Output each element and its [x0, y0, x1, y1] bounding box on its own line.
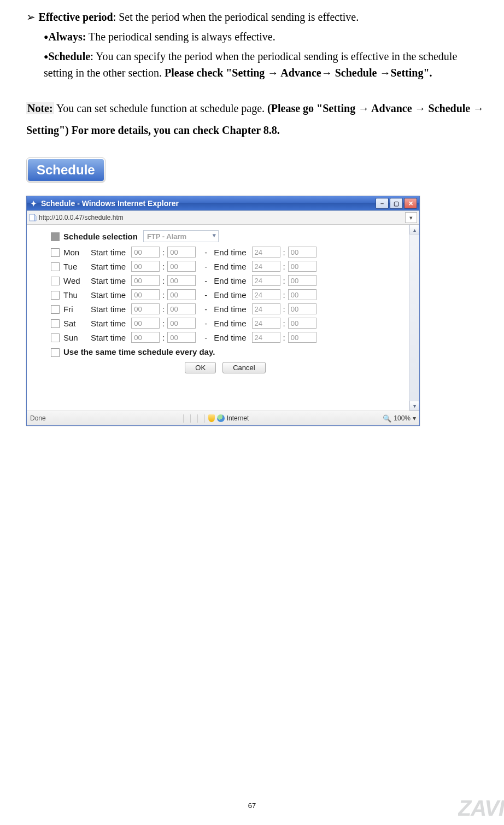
end-hour-input[interactable]: 24: [252, 332, 280, 343]
start-hour-input[interactable]: 00: [131, 289, 160, 300]
end-hour-input[interactable]: 24: [252, 318, 280, 329]
schedule-row: TueStart time00:00-End time24:00: [51, 261, 412, 272]
end-hour-input[interactable]: 24: [252, 289, 280, 300]
schedule-select-value: FTP - Alarm: [147, 232, 186, 241]
dash-icon: -: [204, 333, 207, 342]
start-min-input[interactable]: 00: [167, 318, 196, 329]
end-min-input[interactable]: 00: [288, 332, 317, 343]
same-schedule-row: Use the same time schedule every day.: [51, 347, 412, 356]
start-min-input[interactable]: 00: [167, 303, 196, 314]
colon-icon: :: [162, 276, 165, 285]
start-hour-input[interactable]: 00: [131, 303, 160, 314]
colon-icon: :: [283, 276, 285, 285]
end-time-label: End time: [214, 276, 246, 285]
schedule-line: Schedule: You can specify the period whe…: [44, 48, 489, 81]
start-min-input[interactable]: 00: [167, 332, 196, 343]
start-hour-input[interactable]: 00: [131, 247, 160, 258]
end-min-input[interactable]: 00: [288, 261, 317, 272]
dash-icon: -: [204, 319, 207, 328]
zoom-control[interactable]: 🔍 100% ▾: [383, 414, 416, 423]
day-checkbox[interactable]: [51, 291, 60, 300]
start-hour-input[interactable]: 00: [131, 332, 160, 343]
section-toggle-icon[interactable]: [51, 232, 60, 241]
window-content: Schedule selection FTP - Alarm MonStart …: [27, 225, 419, 411]
start-time-label: Start time: [91, 262, 126, 271]
end-time-label: End time: [214, 262, 246, 271]
window-titlebar[interactable]: ✦ Schedule - Windows Internet Explorer –…: [27, 196, 419, 210]
close-button[interactable]: ✕: [404, 198, 417, 209]
scroll-up-icon[interactable]: ▴: [409, 225, 419, 235]
colon-icon: :: [162, 319, 165, 328]
dash-icon: -: [204, 305, 207, 314]
start-min-input[interactable]: 00: [167, 261, 196, 272]
end-hour-input[interactable]: 24: [252, 261, 280, 272]
status-separator: [190, 414, 191, 423]
zoom-icon: 🔍: [383, 414, 391, 423]
end-min-input[interactable]: 00: [288, 318, 317, 329]
day-checkbox[interactable]: [51, 277, 60, 285]
start-time-label: Start time: [91, 319, 126, 328]
end-time-label: End time: [214, 319, 246, 328]
schedule-tab-button[interactable]: Schedule: [26, 157, 106, 183]
end-min-input[interactable]: 00: [288, 247, 317, 258]
end-min-input[interactable]: 00: [288, 289, 317, 300]
always-line: Always: The periodical sending is always…: [44, 28, 489, 45]
url-dropdown-button[interactable]: ▾: [405, 212, 417, 223]
page-number: 67: [0, 801, 504, 810]
ok-button[interactable]: OK: [185, 362, 216, 373]
always-label: Always:: [48, 31, 86, 43]
note-text: You can set schedule function at schedul…: [54, 102, 267, 114]
status-done: Done: [30, 414, 46, 422]
minimize-button[interactable]: –: [376, 198, 389, 209]
colon-icon: :: [162, 290, 165, 300]
zoom-value: 100%: [394, 414, 411, 422]
day-checkbox[interactable]: [51, 319, 60, 328]
colon-icon: :: [283, 319, 285, 328]
end-hour-input[interactable]: 24: [252, 303, 280, 314]
start-min-input[interactable]: 00: [167, 275, 196, 286]
schedule-select[interactable]: FTP - Alarm: [143, 230, 219, 242]
day-checkbox[interactable]: [51, 333, 60, 342]
day-label: Sat: [63, 319, 91, 328]
always-text: The periodical sending is always effecti…: [86, 31, 275, 43]
zoom-dropdown-icon[interactable]: ▾: [413, 414, 416, 422]
day-checkbox[interactable]: [51, 262, 60, 271]
start-time-label: Start time: [91, 290, 126, 300]
page-icon: [29, 214, 37, 221]
status-separator: [204, 414, 205, 423]
cancel-button[interactable]: Cancel: [222, 362, 265, 373]
schedule-bold: Please check "Setting → Advance→ Schedul…: [165, 67, 432, 79]
day-checkbox[interactable]: [51, 248, 60, 257]
effective-period-text: : Set the period when the periodical sen…: [113, 11, 359, 23]
start-min-input[interactable]: 00: [167, 289, 196, 300]
end-hour-input[interactable]: 24: [252, 247, 280, 258]
colon-icon: :: [283, 248, 285, 257]
dash-icon: -: [204, 276, 207, 285]
schedule-row: WedStart time00:00-End time24:00: [51, 275, 412, 286]
start-time-label: Start time: [91, 333, 126, 342]
schedule-row: SatStart time00:00-End time24:00: [51, 318, 412, 329]
day-label: Wed: [63, 276, 91, 285]
start-min-input[interactable]: 00: [167, 247, 196, 258]
end-min-input[interactable]: 00: [288, 275, 317, 286]
status-separator: [183, 414, 184, 423]
end-time-label: End time: [214, 248, 246, 257]
end-hour-input[interactable]: 24: [252, 275, 280, 286]
start-hour-input[interactable]: 00: [131, 261, 160, 272]
vertical-scrollbar[interactable]: ▴ ▾: [409, 225, 419, 411]
maximize-button[interactable]: ▢: [390, 198, 403, 209]
day-label: Thu: [63, 290, 91, 300]
scroll-down-icon[interactable]: ▾: [409, 401, 419, 411]
start-hour-input[interactable]: 00: [131, 318, 160, 329]
day-checkbox[interactable]: [51, 305, 60, 314]
end-min-input[interactable]: 00: [288, 303, 317, 314]
security-zone[interactable]: Internet: [208, 414, 249, 422]
same-schedule-checkbox[interactable]: [51, 348, 60, 357]
schedule-selection-header: Schedule selection FTP - Alarm: [51, 230, 412, 242]
url-text: http://10.0.0.47/schedule.htm: [39, 214, 405, 221]
shield-icon: [208, 414, 215, 422]
address-bar[interactable]: http://10.0.0.47/schedule.htm ▾: [27, 210, 419, 225]
schedule-row: ThuStart time00:00-End time24:00: [51, 289, 412, 300]
start-hour-input[interactable]: 00: [131, 275, 160, 286]
dash-icon: -: [204, 290, 207, 300]
